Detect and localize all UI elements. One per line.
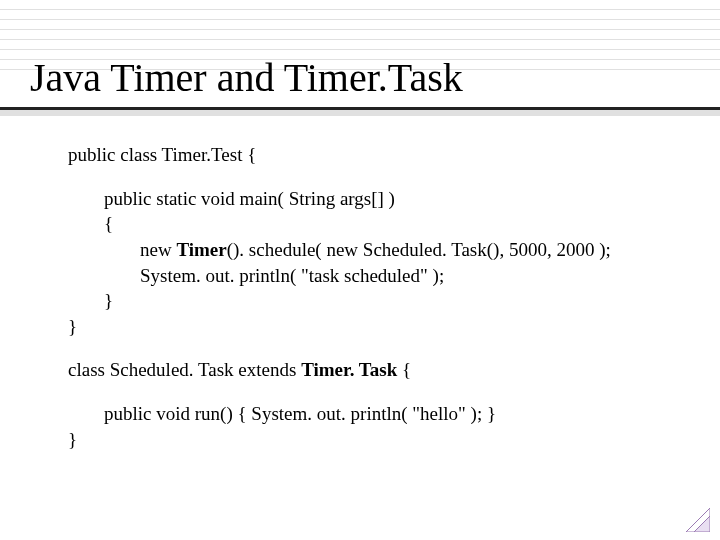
page-curl-icon <box>684 506 710 532</box>
code-line: } <box>68 427 690 453</box>
code-keyword: Timer <box>176 239 226 260</box>
title-underline-shadow <box>0 110 720 116</box>
code-line: System. out. println( "task scheduled" )… <box>68 263 690 289</box>
code-line: class Scheduled. Task extends Timer. Tas… <box>68 357 690 383</box>
code-body: public class Timer.Test { public static … <box>30 134 690 452</box>
title-area: Java Timer and Timer.Task <box>30 56 690 100</box>
slide: Java Timer and Timer.Task public class T… <box>0 0 720 540</box>
code-text: new <box>140 239 176 260</box>
code-line: public class Timer.Test { <box>68 142 690 168</box>
code-line: } <box>68 314 690 340</box>
code-line: } <box>68 288 690 314</box>
code-text: (). schedule( new Scheduled. Task(), 500… <box>227 239 611 260</box>
code-text: class Scheduled. Task extends <box>68 359 301 380</box>
svg-marker-1 <box>694 516 710 532</box>
code-text: { <box>397 359 411 380</box>
code-line: public void run() { System. out. println… <box>68 401 690 427</box>
code-line: new Timer(). schedule( new Scheduled. Ta… <box>68 237 690 263</box>
slide-title: Java Timer and Timer.Task <box>30 56 690 100</box>
code-keyword: Timer. Task <box>301 359 397 380</box>
code-line: { <box>68 211 690 237</box>
code-line: public static void main( String args[] ) <box>68 186 690 212</box>
